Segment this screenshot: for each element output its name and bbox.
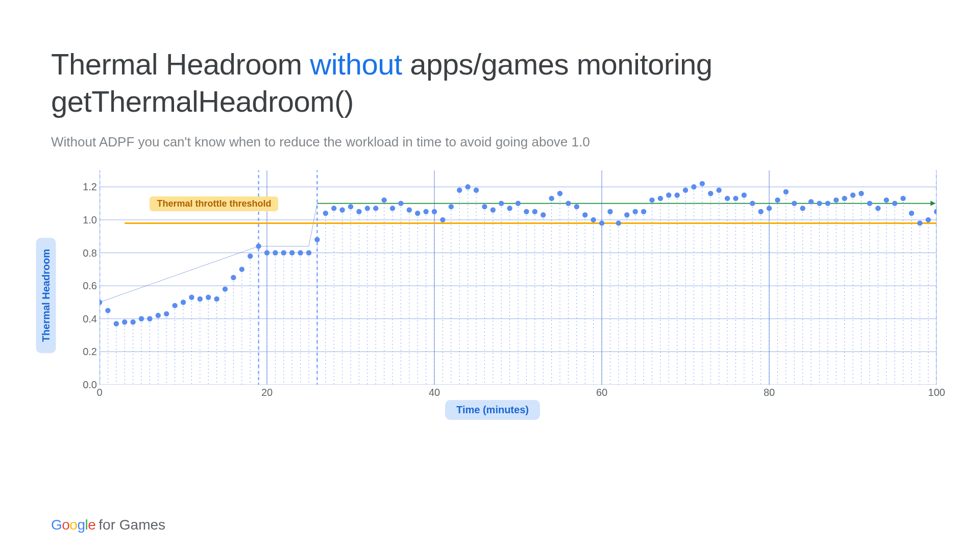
svg-point-141 — [273, 250, 278, 255]
svg-point-199 — [758, 209, 763, 214]
svg-point-148 — [331, 206, 336, 211]
svg-point-122 — [114, 321, 119, 326]
svg-point-154 — [381, 197, 386, 203]
svg-point-169 — [507, 206, 512, 211]
x-tick-label: 40 — [429, 387, 440, 398]
svg-point-130 — [181, 299, 186, 305]
svg-point-190 — [683, 188, 688, 193]
svg-point-170 — [516, 201, 521, 206]
svg-point-201 — [775, 197, 780, 203]
svg-point-179 — [591, 217, 596, 222]
y-tick-label: 0.0 — [69, 379, 97, 391]
svg-point-205 — [808, 199, 814, 204]
svg-point-164 — [465, 184, 470, 189]
y-tick-label: 1.2 — [69, 181, 97, 193]
svg-point-171 — [524, 209, 529, 214]
svg-point-165 — [474, 188, 479, 193]
y-axis-ticks: 0.00.20.40.60.81.01.2 — [69, 170, 97, 385]
svg-point-175 — [557, 191, 562, 196]
svg-point-145 — [306, 250, 311, 255]
svg-point-143 — [289, 250, 295, 255]
svg-point-132 — [198, 296, 203, 302]
chart: Thermal Headroom Thermal throttle thresh… — [56, 170, 929, 420]
svg-point-172 — [532, 209, 537, 214]
svg-point-140 — [264, 250, 270, 255]
svg-point-157 — [407, 207, 412, 212]
y-tick-label: 0.6 — [69, 280, 97, 292]
svg-point-162 — [449, 204, 454, 209]
svg-point-211 — [859, 191, 864, 196]
svg-point-158 — [415, 211, 420, 216]
svg-point-187 — [658, 196, 663, 201]
svg-point-198 — [750, 201, 755, 206]
svg-point-163 — [457, 188, 462, 193]
svg-point-138 — [248, 254, 253, 259]
svg-point-142 — [281, 250, 286, 255]
y-tick-label: 1.0 — [69, 214, 97, 226]
svg-point-206 — [817, 201, 822, 206]
footer-text: for Games — [99, 517, 165, 533]
svg-point-152 — [365, 206, 370, 211]
svg-point-135 — [223, 286, 228, 291]
svg-point-173 — [541, 212, 546, 217]
y-tick-label: 0.4 — [69, 313, 97, 324]
threshold-annotation: Thermal throttle threshold — [150, 196, 278, 211]
y-axis-label: Thermal Headroom — [36, 237, 56, 353]
svg-point-197 — [742, 192, 747, 197]
svg-point-180 — [599, 220, 604, 226]
svg-point-185 — [641, 209, 646, 214]
x-tick-label: 20 — [261, 387, 273, 398]
svg-point-183 — [624, 212, 629, 217]
svg-point-186 — [649, 197, 654, 203]
svg-point-134 — [214, 296, 219, 302]
footer-brand: Google for Games — [51, 517, 165, 533]
svg-point-150 — [348, 204, 353, 209]
svg-point-166 — [482, 204, 487, 209]
svg-point-181 — [607, 209, 612, 214]
svg-point-213 — [875, 206, 880, 211]
svg-point-133 — [206, 295, 211, 300]
svg-point-151 — [356, 209, 361, 214]
svg-point-127 — [156, 313, 161, 318]
svg-point-220 — [934, 209, 937, 214]
svg-point-210 — [850, 192, 855, 197]
svg-point-149 — [339, 207, 345, 212]
svg-point-125 — [139, 316, 144, 321]
svg-point-124 — [130, 319, 135, 324]
svg-point-209 — [842, 196, 847, 201]
svg-point-168 — [499, 201, 504, 206]
svg-point-191 — [691, 184, 696, 189]
svg-point-176 — [566, 201, 571, 206]
svg-point-156 — [398, 201, 403, 206]
y-tick-label: 0.2 — [69, 346, 97, 358]
svg-point-212 — [867, 201, 872, 206]
svg-point-131 — [189, 295, 194, 300]
svg-point-193 — [708, 191, 713, 196]
slide-title: Thermal Headroom without apps/games moni… — [51, 46, 929, 120]
svg-point-161 — [440, 217, 445, 222]
svg-point-182 — [616, 220, 621, 226]
y-tick-label: 0.8 — [69, 247, 97, 259]
svg-point-214 — [884, 197, 889, 203]
svg-point-174 — [549, 196, 554, 201]
svg-point-189 — [674, 192, 679, 197]
slide-subtitle: Without ADPF you can't know when to redu… — [51, 134, 929, 150]
svg-point-139 — [256, 243, 261, 248]
svg-point-137 — [239, 267, 244, 272]
svg-point-217 — [909, 211, 914, 216]
svg-point-126 — [147, 316, 152, 321]
svg-point-123 — [122, 319, 127, 324]
svg-point-178 — [582, 212, 587, 217]
plot-area: Thermal throttle threshold 0.00.20.40.60… — [100, 170, 937, 385]
svg-point-120 — [100, 299, 102, 305]
title-pre: Thermal Headroom — [51, 47, 310, 81]
svg-point-177 — [574, 204, 579, 209]
svg-point-192 — [700, 181, 705, 186]
svg-point-160 — [432, 209, 437, 214]
svg-point-196 — [733, 196, 738, 201]
title-accent: without — [310, 47, 402, 81]
svg-point-136 — [231, 275, 236, 280]
google-logo: Google — [51, 517, 95, 533]
svg-point-167 — [491, 207, 496, 212]
svg-point-153 — [373, 206, 378, 211]
